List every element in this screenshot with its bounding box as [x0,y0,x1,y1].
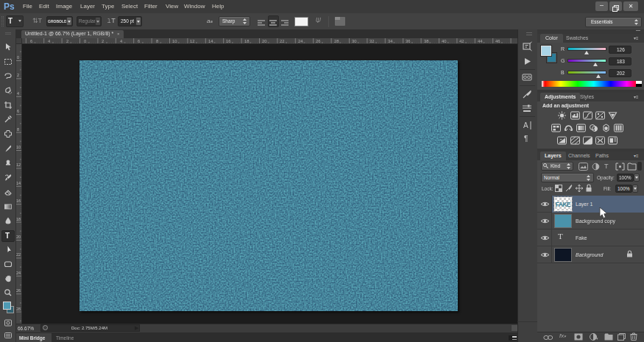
svg-text:14: 14 [208,39,213,43]
svg-text:2: 2 [17,73,19,77]
svg-text:¶: ¶ [524,135,528,143]
svg-text:34: 34 [388,39,393,43]
svg-text:18: 18 [244,39,249,43]
svg-text:8: 8 [156,39,158,43]
svg-text:14: 14 [16,181,21,185]
svg-text:12: 12 [190,39,194,43]
svg-text:24: 24 [298,39,303,43]
svg-text:38: 38 [424,39,428,43]
svg-text:12: 12 [16,163,21,167]
svg-text:6: 6 [30,39,32,43]
svg-text:20: 20 [16,235,21,239]
svg-text:2: 2 [66,39,68,43]
svg-text:4: 4 [17,91,19,96]
svg-text:A: A [523,121,528,129]
svg-text:6: 6 [138,39,140,43]
svg-text:22: 22 [280,39,284,43]
svg-text:2: 2 [102,39,104,43]
svg-text:10: 10 [16,145,21,149]
svg-text:16: 16 [226,39,230,43]
svg-text:28: 28 [334,39,339,43]
svg-text:36: 36 [406,39,410,43]
svg-text:8: 8 [17,127,19,132]
svg-text:6: 6 [17,109,19,113]
svg-text:16: 16 [16,199,21,203]
svg-text:18: 18 [16,217,21,221]
svg-text:0: 0 [84,39,86,43]
svg-text:30: 30 [352,39,356,43]
svg-text:40: 40 [442,39,446,43]
svg-text:28: 28 [16,307,21,311]
svg-text:26: 26 [16,288,21,293]
svg-text:46: 46 [495,39,500,43]
svg-text:44: 44 [478,39,483,43]
svg-text:26: 26 [316,39,320,43]
svg-text:20: 20 [262,39,266,43]
svg-text:▾: ▾ [596,336,598,341]
svg-text:22: 22 [16,252,21,257]
svg-text:32: 32 [369,39,374,43]
svg-text:0: 0 [17,55,19,60]
svg-text:24: 24 [16,271,21,275]
svg-text:FAKE: FAKE [556,201,571,208]
svg-text:42: 42 [459,39,464,43]
svg-text:10: 10 [172,39,177,43]
